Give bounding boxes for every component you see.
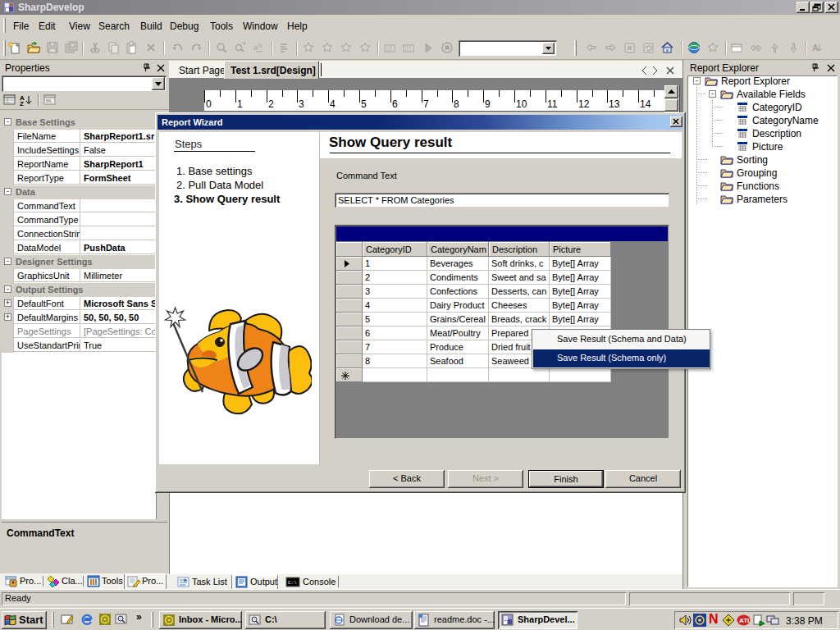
svg-text:ATI: ATI — [739, 617, 749, 624]
svg-text:A: A — [812, 43, 819, 52]
svg-text:C:\: C:\ — [288, 580, 297, 586]
svg-text:Z: Z — [20, 100, 24, 107]
svg-text:a: a — [253, 43, 258, 52]
svg-text:b: b — [258, 42, 262, 49]
